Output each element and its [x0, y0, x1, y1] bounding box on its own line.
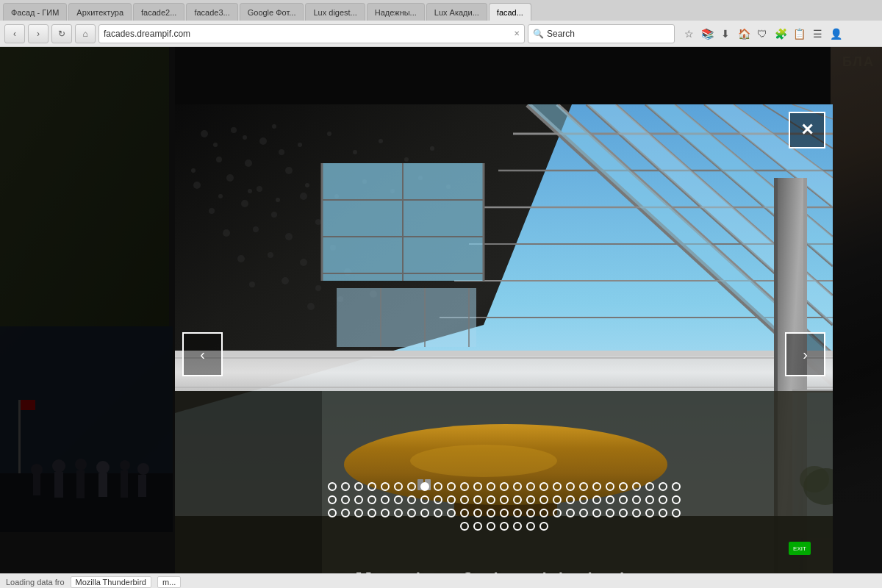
lightbox-next-button[interactable]: › [785, 332, 825, 376]
dot-3-23[interactable] [619, 509, 628, 517]
tab-5[interactable]: Google Фот... [240, 3, 304, 21]
dot-4-3[interactable] [487, 522, 495, 531]
dot-3-5[interactable] [381, 509, 390, 517]
dot-2-24[interactable] [632, 495, 641, 504]
dot-1-7[interactable] [407, 482, 416, 491]
dot-1-25[interactable] [645, 482, 654, 491]
dot-3-25[interactable] [645, 509, 654, 517]
dot-2-9[interactable] [434, 495, 442, 504]
dot-1-5[interactable] [381, 482, 390, 491]
dot-1-11[interactable] [460, 482, 469, 491]
dot-3-18[interactable] [553, 509, 562, 517]
tab-2[interactable]: Архитектура [68, 3, 132, 21]
dot-1-6[interactable] [394, 482, 403, 491]
dot-2-18[interactable] [553, 495, 562, 504]
tab-1[interactable]: Фасад - ГИМ [3, 3, 67, 21]
shield-icon[interactable]: 🛡 [754, 26, 770, 42]
tab-9-active[interactable]: facad... [489, 3, 531, 21]
dot-4-7[interactable] [539, 522, 548, 531]
dot-3-3[interactable] [354, 509, 363, 517]
dot-1-8[interactable] [420, 482, 429, 491]
dot-1-18[interactable] [553, 482, 562, 491]
dot-1-26[interactable] [659, 482, 667, 491]
dot-3-4[interactable] [368, 509, 376, 517]
dot-1-15[interactable] [513, 482, 522, 491]
dot-2-13[interactable] [487, 495, 495, 504]
dot-2-10[interactable] [447, 495, 456, 504]
dot-1-14[interactable] [500, 482, 509, 491]
dot-2-2[interactable] [341, 495, 350, 504]
dot-3-22[interactable] [606, 509, 614, 517]
dot-3-20[interactable] [579, 509, 588, 517]
dot-2-1[interactable] [328, 495, 337, 504]
back-button[interactable]: ‹ [4, 24, 25, 43]
lightbox-close-button[interactable]: ✕ [789, 112, 825, 148]
address-clear-button[interactable]: ✕ [514, 29, 520, 37]
status-item-m[interactable]: m... [157, 576, 181, 588]
bookmark-star-icon[interactable]: ☆ [681, 26, 697, 42]
home-button[interactable]: ⌂ [75, 24, 96, 43]
address-bar[interactable]: facades.dreampif.com ✕ [98, 24, 525, 43]
dot-3-26[interactable] [659, 509, 667, 517]
dot-1-2[interactable] [341, 482, 350, 491]
dot-2-25[interactable] [645, 495, 654, 504]
profile-icon[interactable]: 👤 [828, 26, 844, 42]
dot-2-20[interactable] [579, 495, 588, 504]
dot-2-12[interactable] [473, 495, 482, 504]
dot-2-15[interactable] [513, 495, 522, 504]
dot-2-3[interactable] [354, 495, 363, 504]
tab-7[interactable]: Надежны... [367, 3, 425, 21]
dot-3-11[interactable] [460, 509, 469, 517]
dot-2-21[interactable] [592, 495, 601, 504]
dot-3-24[interactable] [632, 509, 641, 517]
dot-3-7[interactable] [407, 509, 416, 517]
dot-3-1[interactable] [328, 509, 337, 517]
clipboard-icon[interactable]: 📋 [791, 26, 807, 42]
dot-3-15[interactable] [513, 509, 522, 517]
dot-1-19[interactable] [566, 482, 575, 491]
dot-2-16[interactable] [526, 495, 535, 504]
dot-2-22[interactable] [606, 495, 614, 504]
tab-4[interactable]: facade3... [186, 3, 237, 21]
forward-button[interactable]: › [28, 24, 49, 43]
dot-1-20[interactable] [579, 482, 588, 491]
dot-1-16[interactable] [526, 482, 535, 491]
extension-icon[interactable]: 🧩 [772, 26, 789, 42]
dot-4-6[interactable] [526, 522, 535, 531]
dot-1-17[interactable] [539, 482, 548, 491]
dot-3-12[interactable] [473, 509, 482, 517]
dot-2-8[interactable] [420, 495, 429, 504]
dot-3-21[interactable] [592, 509, 601, 517]
dot-3-2[interactable] [341, 509, 350, 517]
dot-1-10[interactable] [447, 482, 456, 491]
dot-1-24[interactable] [632, 482, 641, 491]
dot-1-13[interactable] [487, 482, 495, 491]
dot-2-17[interactable] [539, 495, 548, 504]
dot-4-1[interactable] [460, 522, 469, 531]
dot-2-14[interactable] [500, 495, 509, 504]
dot-3-19[interactable] [566, 509, 575, 517]
tab-6[interactable]: Lux digest... [305, 3, 365, 21]
dot-3-13[interactable] [487, 509, 495, 517]
dot-3-16[interactable] [526, 509, 535, 517]
download-icon[interactable]: ⬇ [717, 26, 734, 42]
menu-icon[interactable]: ☰ [809, 26, 825, 42]
dot-3-6[interactable] [394, 509, 403, 517]
dot-3-8[interactable] [420, 509, 429, 517]
status-item-thunderbird[interactable]: Mozilla Thunderbird [71, 576, 151, 588]
dot-2-27[interactable] [672, 495, 681, 504]
reload-button[interactable]: ↻ [51, 24, 72, 43]
home-icon[interactable]: 🏠 [736, 26, 752, 42]
dot-4-2[interactable] [473, 522, 482, 531]
dot-2-5[interactable] [381, 495, 390, 504]
dot-2-26[interactable] [659, 495, 667, 504]
dot-2-11[interactable] [460, 495, 469, 504]
bookmarks-icon[interactable]: 📚 [699, 26, 715, 42]
dot-3-14[interactable] [500, 509, 509, 517]
dot-3-9[interactable] [434, 509, 442, 517]
dot-1-27[interactable] [672, 482, 681, 491]
dot-2-19[interactable] [566, 495, 575, 504]
dot-2-23[interactable] [619, 495, 628, 504]
dot-1-9[interactable] [434, 482, 442, 491]
tab-8[interactable]: Lux Акади... [426, 3, 487, 21]
